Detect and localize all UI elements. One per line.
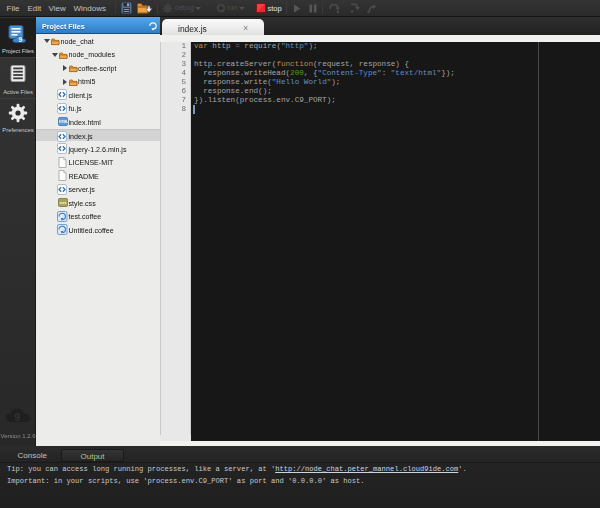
- svg-text:9: 9: [19, 36, 23, 43]
- svg-text:9: 9: [14, 411, 20, 423]
- svg-text:css: css: [60, 200, 68, 205]
- svg-text:HTML: HTML: [59, 120, 68, 124]
